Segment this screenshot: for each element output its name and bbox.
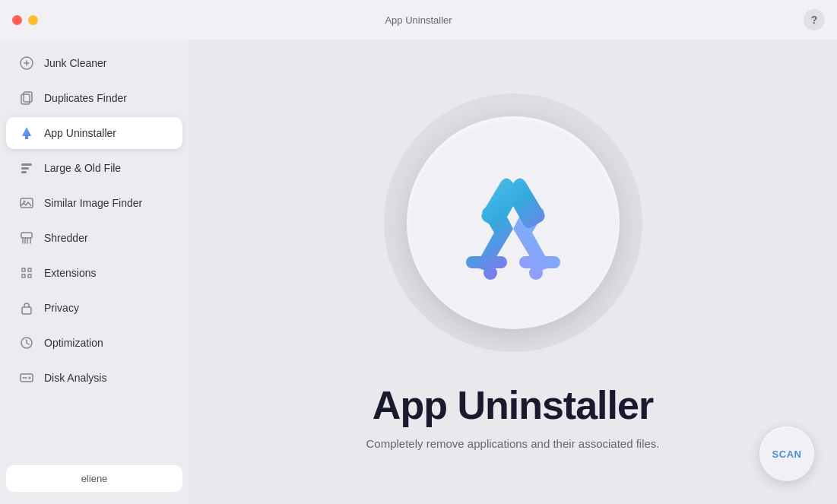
- sidebar-item-label: Duplicates Finder: [44, 92, 127, 104]
- duplicates-icon: [18, 90, 35, 106]
- svg-rect-8: [21, 233, 32, 238]
- sidebar-item-app-uninstaller[interactable]: App Uninstaller: [6, 117, 182, 149]
- sidebar-item-label: Extensions: [44, 267, 96, 279]
- large-file-icon: [18, 160, 35, 176]
- content-title: App Uninstaller: [373, 382, 653, 428]
- svg-point-12: [29, 377, 31, 379]
- content-area: App Uninstaller Completely remove applic…: [189, 40, 837, 504]
- svg-rect-9: [22, 307, 31, 314]
- user-label: eliene: [81, 473, 108, 484]
- svg-rect-4: [21, 167, 29, 170]
- scan-button-label: SCAN: [772, 449, 802, 460]
- sidebar-item-label: Similar Image Finder: [44, 197, 142, 209]
- help-button[interactable]: ?: [804, 9, 825, 30]
- sidebar-item-label: App Uninstaller: [44, 127, 116, 139]
- sidebar-item-junk-cleaner[interactable]: Junk Cleaner: [6, 47, 182, 79]
- titlebar: App Uninstaller ?: [0, 0, 837, 40]
- sidebar-item-label: Privacy: [44, 302, 79, 314]
- close-button[interactable]: [12, 15, 22, 25]
- svg-rect-5: [21, 171, 27, 173]
- extensions-icon: [18, 265, 35, 281]
- disk-icon: [18, 369, 35, 386]
- main-layout: Junk Cleaner Duplicates Finder: [0, 40, 837, 504]
- svg-rect-3: [21, 163, 32, 166]
- sidebar-item-duplicates-finder[interactable]: Duplicates Finder: [6, 82, 182, 114]
- sidebar-item-optimization[interactable]: Optimization: [6, 327, 182, 359]
- content-subtitle: Completely remove applications and their…: [366, 437, 659, 450]
- svg-rect-1: [21, 94, 30, 104]
- junk-icon: [18, 55, 35, 71]
- privacy-icon: [18, 300, 35, 316]
- window-title: App Uninstaller: [385, 14, 452, 26]
- sidebar-item-shredder[interactable]: Shredder: [6, 222, 182, 254]
- sidebar-item-label: Shredder: [44, 232, 88, 244]
- sidebar-item-privacy[interactable]: Privacy: [6, 292, 182, 324]
- shredder-icon: [18, 230, 35, 246]
- user-profile[interactable]: eliene: [6, 465, 182, 492]
- optimization-icon: [18, 334, 35, 351]
- sidebar-item-label: Disk Analysis: [44, 372, 106, 384]
- sidebar-item-large-old-file[interactable]: Large & Old File: [6, 152, 182, 184]
- sidebar-item-similar-image-finder[interactable]: Similar Image Finder: [6, 187, 182, 219]
- app-store-icon: [452, 160, 574, 285]
- image-icon: [18, 195, 35, 211]
- sidebar-item-label: Junk Cleaner: [44, 57, 107, 69]
- traffic-lights: [12, 15, 38, 25]
- help-label: ?: [811, 14, 818, 26]
- sidebar-item-label: Optimization: [44, 337, 103, 349]
- svg-rect-16: [519, 256, 560, 268]
- svg-rect-2: [24, 92, 32, 102]
- minimize-button[interactable]: [28, 15, 38, 25]
- sidebar: Junk Cleaner Duplicates Finder: [0, 40, 189, 504]
- icon-circle-inner: [407, 116, 620, 329]
- sidebar-item-label: Large & Old File: [44, 162, 121, 174]
- icon-circle-outer: [384, 94, 642, 352]
- sidebar-spacer: [0, 395, 189, 459]
- svg-rect-15: [466, 256, 507, 268]
- scan-button[interactable]: SCAN: [759, 426, 814, 481]
- svg-point-7: [24, 201, 26, 203]
- sidebar-item-extensions[interactable]: Extensions: [6, 257, 182, 289]
- app-uninstaller-icon: [18, 125, 35, 141]
- sidebar-item-disk-analysis[interactable]: Disk Analysis: [6, 362, 182, 394]
